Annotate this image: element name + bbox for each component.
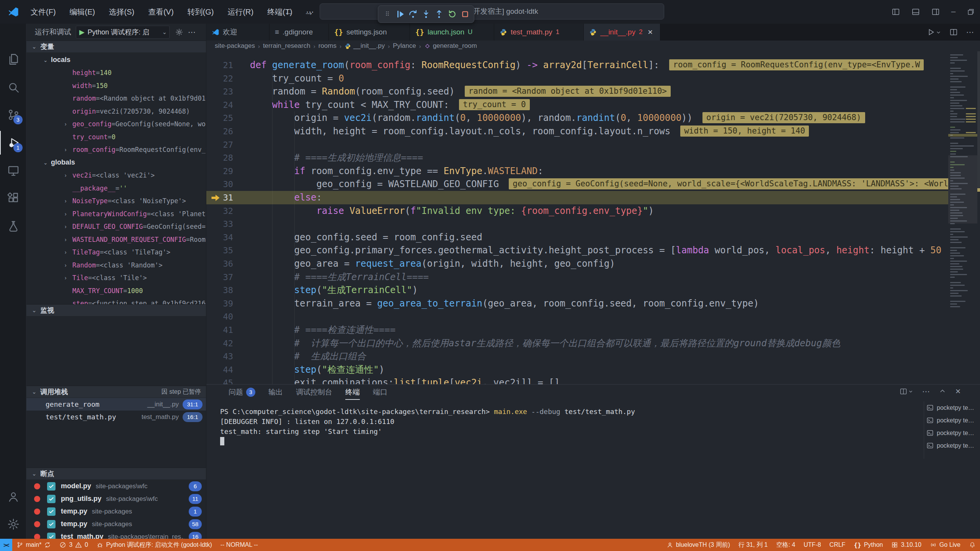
status-311[interactable]: 行 31, 列 1: [734, 539, 772, 551]
watch-section-header[interactable]: ⌄ 监视: [26, 304, 206, 316]
code-line-25[interactable]: 25 origin = vec2i(random.randint(0, 1000…: [206, 111, 948, 125]
scrollbar-slider[interactable]: [977, 51, 980, 189]
code-line-42[interactable]: 42 # 计算每一个出口的中心，然后使用astar生成路径，确保每一个出口组合都…: [206, 337, 948, 350]
activity-explorer[interactable]: [0, 47, 26, 71]
panel-tab-输出[interactable]: 输出: [268, 385, 283, 400]
breadcrumb-item[interactable]: __init__.py: [345, 42, 385, 50]
menu-s[interactable]: 选择(S): [103, 5, 140, 20]
layout-sidebar-icon[interactable]: [892, 8, 900, 16]
breakpoint-row[interactable]: model.pysite-packages\wfc6: [26, 480, 206, 492]
breakpoint-checkbox[interactable]: [47, 495, 56, 503]
stack-frame[interactable]: test/test_math.pytest_math.py16:1: [26, 411, 206, 423]
tab-launch.json[interactable]: {}launch.jsonU: [410, 24, 494, 41]
code-line-28[interactable]: 28 # ====生成初始地理信息====: [206, 151, 948, 165]
debug-settings-gear-icon[interactable]: [175, 28, 183, 36]
activity-extensions[interactable]: [0, 186, 26, 210]
stop-button[interactable]: [459, 8, 471, 20]
tab-.gdignore[interactable]: ≡.gdignore: [270, 24, 329, 41]
code-line-39[interactable]: 39 terrain_area = geo_area_to_terrain(ge…: [206, 297, 948, 310]
code-line-26[interactable]: 26 width, height = room_config.layout.n_…: [206, 125, 948, 138]
code-line-32[interactable]: 32 raise ValueError(f"Invalid env type: …: [206, 204, 948, 218]
variable-Random[interactable]: ›Random = <class 'Random'>: [26, 259, 206, 271]
activity-settings[interactable]: [0, 512, 26, 536]
continue-button[interactable]: [394, 8, 406, 20]
code-line-29[interactable]: 29 if room_config.env_type == EnvType.WA…: [206, 165, 948, 178]
more-actions-icon[interactable]: ⋯: [966, 28, 974, 37]
code-line-43[interactable]: 43 # 生成出口组合: [206, 350, 948, 363]
activity-remote-explorer[interactable]: [0, 159, 26, 183]
layout-panel-icon[interactable]: [911, 8, 920, 16]
status-pythongodotldtk[interactable]: Python 调试程序: 启动文件 (godot-ldtk): [92, 539, 216, 551]
code-line-36[interactable]: 36 geo_area = request_area(origin, width…: [206, 257, 948, 271]
variable-vec2i[interactable]: ›vec2i = <class 'vec2i'>: [26, 169, 206, 182]
breadcrumb-item[interactable]: rooms: [318, 42, 336, 50]
menu-r[interactable]: 运行(R): [221, 5, 260, 20]
code-line-45[interactable]: 45 exit_combinations:list[tuple[vec2i, v…: [206, 376, 948, 384]
terminal-instance[interactable]: pocketpy te…: [926, 439, 977, 452]
breadcrumb-item[interactable]: terrain_research: [263, 42, 310, 50]
call-stack-section-header[interactable]: ⌄ 调用堆栈 因 step 已暂停: [26, 386, 206, 398]
variable-MAX_TRY_COUNT[interactable]: MAX_TRY_COUNT = 1000: [26, 284, 206, 297]
status-main[interactable]: main*: [12, 539, 56, 551]
code-line-23[interactable]: 23 random = Random(room_config.seed)rand…: [206, 85, 948, 98]
panel-tab-问题[interactable]: 问题3: [229, 385, 255, 400]
variable-PlanetaryWindConfig[interactable]: ›PlanetaryWindConfig = <class 'Planeta…: [26, 207, 206, 220]
breakpoint-checkbox[interactable]: [47, 507, 56, 516]
variable-geo_config[interactable]: ›geo_config = GeoConfig(seed=None, wor…: [26, 118, 206, 130]
code-line-35[interactable]: 35 geo_config.primary_forces.geothermal_…: [206, 244, 948, 257]
variable-TileTag[interactable]: ›TileTag = <class 'TileTag'>: [26, 246, 206, 259]
menu-v[interactable]: 查看(V): [142, 5, 180, 20]
status-4[interactable]: 空格: 4: [772, 539, 799, 551]
tab-settings.json[interactable]: {}settings.json: [329, 24, 410, 41]
layout-secondary-sidebar-icon[interactable]: [931, 8, 940, 16]
minimap[interactable]: [948, 51, 977, 384]
more-actions-icon[interactable]: ⋯: [188, 28, 196, 37]
status-crlf[interactable]: CRLF: [825, 539, 850, 551]
code-line-34[interactable]: 34 geo_config.seed = room_config.seed: [206, 231, 948, 244]
close-tab-icon[interactable]: ✕: [647, 28, 653, 36]
restart-button[interactable]: [446, 8, 458, 20]
window-minimize-icon[interactable]: ─: [951, 8, 956, 15]
run-python-file-icon[interactable]: [927, 28, 941, 36]
code-line-22[interactable]: 22 try_count = 0: [206, 72, 948, 85]
breakpoint-checkbox[interactable]: [47, 520, 56, 528]
window-restore-icon[interactable]: [967, 8, 975, 16]
code-editor[interactable]: 21def generate_room(room_config: RoomReq…: [206, 51, 948, 384]
variable-Tile[interactable]: ›Tile = <class 'Tile'>: [26, 272, 206, 284]
stack-frame[interactable]: generate_room__init__.py31:1: [26, 398, 206, 411]
code-line-38[interactable]: 38 step("生成TerrainCell"): [206, 284, 948, 297]
terminal-output[interactable]: PS C:\computer_science\godot-ldtk\site-p…: [220, 407, 924, 533]
tab-test_math.py[interactable]: test_math.py1: [494, 24, 584, 41]
breakpoint-checkbox[interactable]: [47, 482, 56, 491]
tab-[interactable]: 欢迎: [206, 24, 270, 41]
status-31010[interactable]: 3.10.10: [887, 539, 925, 551]
activity-source-control[interactable]: 3: [0, 103, 26, 127]
variable-width[interactable]: width = 150: [26, 79, 206, 92]
variable-origin[interactable]: origin = vec2i(7205730, 9024468): [26, 105, 206, 117]
status-blueloveth3[interactable]: blueloveTH (3 周前): [662, 539, 734, 551]
code-line-40[interactable]: 40: [206, 310, 948, 323]
debug-config-dropdown[interactable]: ▶ Python 调试程序: 启 ⌄: [76, 26, 170, 39]
terminal-instance[interactable]: pocketpy te…: [926, 427, 977, 439]
terminal-instance[interactable]: pocketpy te…: [926, 401, 977, 414]
command-center-search[interactable]: [扩展开发宿主] godot-ldtk: [320, 3, 664, 20]
variable-room_config[interactable]: ›room_config = RoomRequestConfig(env_t…: [26, 143, 206, 156]
status-bell[interactable]: [965, 539, 980, 551]
split-editor-icon[interactable]: [949, 28, 958, 36]
code-line-44[interactable]: 44 step("检查连通性"): [206, 363, 948, 377]
nav-back-icon[interactable]: ←: [284, 6, 294, 18]
activity-testing[interactable]: [0, 214, 26, 238]
overview-ruler[interactable]: [977, 51, 980, 384]
step-out-button[interactable]: [433, 8, 445, 20]
status-utf8[interactable]: UTF-8: [799, 539, 825, 551]
menu-g[interactable]: 转到(G): [181, 5, 220, 20]
breadcrumb-item[interactable]: generate_room: [424, 42, 477, 50]
panel-tab-端口[interactable]: 端口: [373, 385, 387, 400]
panel-tab-调试控制台[interactable]: 调试控制台: [296, 385, 332, 400]
maximize-panel-icon[interactable]: [939, 388, 946, 395]
split-terminal-icon[interactable]: [900, 388, 913, 395]
terminal-instance[interactable]: pocketpy te…: [926, 414, 977, 427]
variables-section-header[interactable]: ⌄ 变量: [26, 41, 206, 52]
tab-__init__.py[interactable]: __init__.py2✕: [584, 24, 660, 41]
variable-random[interactable]: random = <Random object at 0x1bf9d01e…: [26, 92, 206, 105]
